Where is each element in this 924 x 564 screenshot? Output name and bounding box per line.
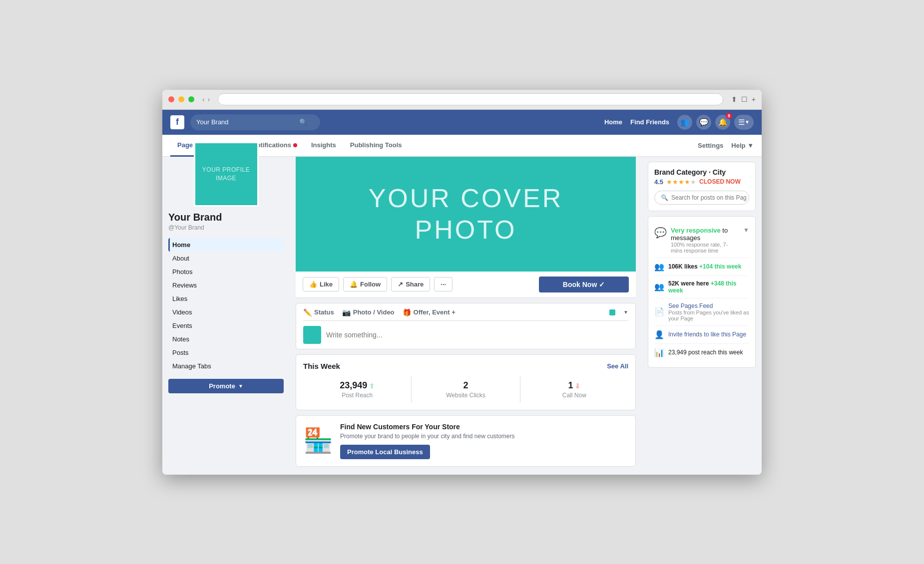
stat-call-now-value: 1 ⇩ [526, 380, 622, 391]
cover-photo-text: YOUR COVER PHOTO [369, 183, 563, 245]
notifications-icon-btn[interactable]: 🔔 8 [715, 115, 730, 130]
stat-post-reach: 23,949 ⇧ Post Reach [303, 376, 412, 403]
stat-website-clicks: 2 Website Clicks [412, 376, 520, 403]
this-week-header: This Week See All [303, 362, 628, 370]
like-button[interactable]: 👍 Like [303, 277, 339, 291]
status-input[interactable] [326, 331, 628, 339]
close-button[interactable] [168, 96, 174, 102]
address-bar[interactable] [218, 93, 723, 105]
invite-icon: 👤 [654, 330, 664, 339]
sidebar-item-home[interactable]: Home [168, 238, 284, 252]
left-sidebar: YOUR PROFILE IMAGE Your Brand @Your Bran… [162, 157, 290, 475]
pencil-icon: ✏️ [303, 308, 312, 316]
see-all-link[interactable]: See All [607, 362, 628, 370]
follow-icon: 🔔 [350, 281, 358, 288]
messenger-icon: 💬 [699, 118, 709, 127]
maximize-button[interactable] [188, 96, 194, 102]
promote-local-business-button[interactable]: Promote Local Business [340, 445, 430, 459]
promote-label: Promote [209, 382, 235, 390]
follow-button[interactable]: 🔔 Follow [343, 277, 387, 291]
share-button[interactable]: ↗ Share [391, 277, 430, 291]
navbar-home-link[interactable]: Home [604, 118, 622, 126]
profile-image-box[interactable]: YOUR PROFILE IMAGE [194, 142, 259, 207]
status-tab[interactable]: ✏️ Status [303, 308, 334, 316]
add-tab-icon[interactable]: +︎ [752, 95, 756, 103]
response-label: Very responsive [671, 227, 721, 234]
camera-icon: 📷 [342, 308, 351, 316]
sidebar-item-likes[interactable]: Likes [168, 292, 284, 305]
sidebar-item-reviews[interactable]: Reviews [168, 279, 284, 292]
rating-row: 4.5 ★★★★★ CLOSED NOW [654, 178, 749, 186]
navbar-icons: 👥 💬 🔔 8 ☰ ▼ [677, 115, 754, 130]
pages-feed-icon: 📄 [654, 307, 664, 316]
navbar-find-friends-link[interactable]: Find Friends [630, 118, 669, 126]
chart-icon: 📊 [654, 348, 664, 357]
stat-post-reach-value: 23,949 ⇧ [309, 380, 405, 391]
minimize-button[interactable] [178, 96, 184, 102]
stat-website-clicks-label: Website Clicks [418, 392, 513, 399]
promo-title: Find New Customers For Your Store [340, 423, 628, 431]
invite-friends-link[interactable]: Invite friends to like this Page [668, 331, 746, 338]
account-menu-btn[interactable]: ☰ ▼ [734, 115, 754, 130]
color-picker-chevron: ▼ [623, 309, 628, 315]
status-avatar [303, 326, 321, 344]
browser-titlebar: ‹ › ⬆ ☐ +︎ [162, 90, 762, 110]
sidebar-item-photos[interactable]: Photos [168, 265, 284, 279]
metric-pages-feed-text: See Pages Feed Posts from Pages you've l… [668, 302, 749, 321]
people-icon: 👥 [654, 262, 664, 272]
friends-icon-btn[interactable]: 👥 [677, 115, 692, 130]
back-arrow-icon[interactable]: ‹ [202, 95, 205, 103]
search-page-field[interactable] [671, 194, 746, 201]
forward-arrow-icon[interactable]: › [208, 95, 210, 103]
color-picker-btn[interactable] [609, 309, 615, 315]
stat-website-clicks-value: 2 [418, 380, 513, 391]
sidebar-item-manage-tabs[interactable]: Manage Tabs [168, 359, 284, 373]
location-icon: 👥 [654, 282, 664, 291]
arrow-up-icon: ⇧ [369, 382, 375, 390]
cover-photo[interactable]: YOUR COVER PHOTO [296, 157, 636, 272]
sidebar-item-notes[interactable]: Notes [168, 332, 284, 346]
navbar-search-input[interactable]: Your Brand [196, 118, 296, 126]
friends-icon: 👥 [680, 118, 690, 127]
response-card: 💬 Very responsive to messages 100% respo… [648, 216, 756, 368]
sidebar-item-about[interactable]: About [168, 252, 284, 265]
brand-name: Your Brand [168, 212, 284, 223]
message-icon: 💬 [654, 227, 667, 239]
search-page-input[interactable]: 🔍 [654, 191, 749, 205]
sidebar-item-videos[interactable]: Videos [168, 305, 284, 319]
navbar-right: Home Find Friends 👥 💬 🔔 8 ☰ ▼ [604, 115, 754, 130]
book-now-button[interactable]: Book Now ✓ [539, 277, 629, 292]
sidebar-item-posts[interactable]: Posts [168, 346, 284, 359]
metric-pages-feed[interactable]: 📄 See Pages Feed Posts from Pages you've… [654, 298, 749, 326]
notification-dot [293, 143, 297, 147]
search-icon: 🔍 [299, 118, 307, 126]
navbar-search[interactable]: Your Brand 🔍 [190, 114, 320, 130]
metric-likes-text: 106K likes +104 this week [668, 263, 741, 270]
gift-icon: 🎁 [403, 308, 411, 316]
facebook-navbar: f Your Brand 🔍 Home Find Friends 👥 💬 🔔 8 [162, 110, 762, 135]
photo-video-tab[interactable]: 📷 Photo / Video [342, 308, 395, 316]
arrow-down-icon: ⇩ [575, 382, 580, 390]
more-button[interactable]: ··· [434, 277, 453, 291]
notifications-badge: 8 [726, 113, 732, 119]
metric-were-here: 👥 52K were here +348 this week [654, 276, 749, 298]
sidebar-item-events[interactable]: Events [168, 319, 284, 332]
stat-post-reach-label: Post Reach [309, 392, 405, 399]
tab-publishing-tools[interactable]: Publishing Tools [343, 135, 409, 157]
brand-info-card: Brand Category · City 4.5 ★★★★★ CLOSED N… [648, 162, 756, 211]
response-row: 💬 Very responsive to messages 100% respo… [654, 223, 749, 258]
settings-link[interactable]: Settings [698, 142, 723, 149]
tab-insights[interactable]: Insights [304, 135, 343, 157]
promote-button[interactable]: Promote ▼ [168, 379, 284, 393]
page-body: YOUR PROFILE IMAGE Your Brand @Your Bran… [162, 157, 762, 475]
share-icon[interactable]: ⬆ [731, 95, 737, 103]
account-icon: ☰ [738, 118, 745, 127]
metric-invite-friends[interactable]: 👤 Invite friends to like this Page [654, 326, 749, 344]
star-rating: ★★★★★ [666, 178, 696, 186]
metric-post-reach: 📊 23,949 post reach this week [654, 344, 749, 361]
help-link[interactable]: Help ▼ [731, 142, 754, 149]
messenger-icon-btn[interactable]: 💬 [696, 115, 711, 130]
offer-event-tab[interactable]: 🎁 Offer, Event + [403, 308, 456, 316]
new-tab-icon[interactable]: ☐ [741, 95, 748, 103]
this-week-card: This Week See All 23,949 ⇧ Post Reach 2 [296, 354, 636, 410]
